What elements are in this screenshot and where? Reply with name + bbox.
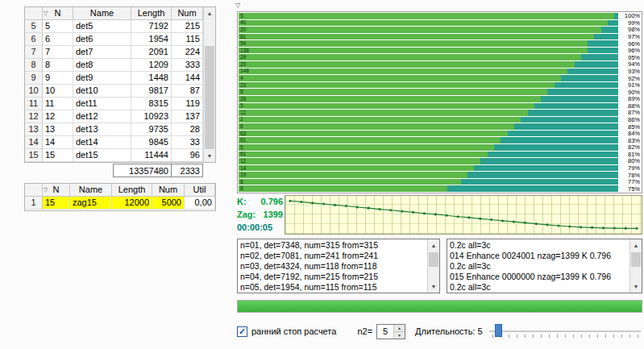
details-table-header: ▽N Name Length Num: [25, 7, 215, 20]
utilization-bar: [239, 103, 618, 110]
slider-thumb[interactable]: [495, 324, 502, 337]
col-header-name[interactable]: Name: [73, 7, 131, 20]
utilization-bar: [239, 13, 618, 19]
utilization-bar: [239, 34, 618, 40]
cell-name: det11: [73, 98, 131, 110]
bar-count-label: 5: [240, 14, 243, 19]
utilization-bar: [239, 185, 618, 192]
table-row[interactable]: 1212det1210923137: [25, 110, 215, 123]
cell-num: 5000: [152, 197, 185, 210]
col-header-n[interactable]: ▽N: [43, 184, 70, 197]
scroll-up-icon[interactable]: ▲: [204, 7, 215, 19]
utilization-bar: [239, 54, 618, 60]
scrollbar-thumb[interactable]: [631, 252, 641, 267]
bar-count-label: 8: [240, 89, 243, 95]
scroll-down-icon[interactable]: ▼: [630, 280, 642, 293]
table-row[interactable]: 1010det10981787: [25, 85, 215, 98]
bar-count-label: 5: [240, 103, 243, 109]
table-row[interactable]: 1515det151144496: [25, 149, 215, 162]
table-row[interactable]: 99det91448144: [25, 72, 215, 85]
scroll-up-icon[interactable]: ▲: [428, 239, 439, 251]
cell-n: 9: [43, 72, 73, 85]
cell-length: 11444: [131, 149, 172, 162]
enhance-log[interactable]: 0.2c all=3c014 Enhance 0024001 nzag=1399…: [447, 239, 642, 293]
details-table-body: 55det5719221566det6195411577det720912248…: [25, 20, 215, 162]
cell-name: det6: [73, 33, 131, 46]
scroll-down-icon[interactable]: ▼: [204, 150, 215, 162]
utilization-bar: [239, 110, 618, 116]
utilization-bar: [239, 20, 618, 27]
bar-row: 875%: [239, 185, 641, 192]
table-row[interactable]: 66det61954115: [25, 33, 215, 46]
utilization-bar: [239, 27, 618, 33]
iteration-log[interactable]: n=01, det=7348, num=315 from=315n=02, de…: [237, 239, 440, 293]
n2-value[interactable]: 5: [377, 325, 393, 339]
cell-length: 8315: [131, 98, 172, 110]
table-row[interactable]: 115zag151200050000,00: [25, 197, 215, 210]
table-row[interactable]: 88det81209333: [25, 59, 215, 72]
bar-row: 2098%: [239, 27, 641, 33]
cell-n: 8: [43, 59, 73, 72]
utilization-bar: [239, 89, 618, 95]
slider-ticks: [492, 334, 641, 338]
bar-count-label: 20: [240, 27, 246, 33]
row-number-cell: 1: [25, 197, 43, 210]
bar-percent-label: 96%: [618, 40, 641, 47]
col-header-num[interactable]: Num: [152, 184, 185, 197]
bar-percent-label: 97%: [618, 34, 641, 40]
scroll-up-icon[interactable]: ▲: [630, 239, 642, 251]
table-row[interactable]: 1414det14984533: [25, 136, 215, 149]
bar-count-label: 23: [240, 82, 246, 88]
scrollbar-thumb[interactable]: [429, 252, 438, 267]
iteration-log-scrollbar[interactable]: ▲ ▼: [427, 239, 439, 293]
utilization-bar: [239, 75, 618, 81]
col-header-label: N: [55, 8, 61, 18]
spin-down-icon[interactable]: ▼: [394, 332, 405, 339]
bar-count-label: 12: [240, 159, 246, 164]
col-header-num[interactable]: Num: [172, 7, 203, 20]
spin-up-icon[interactable]: ▲: [394, 325, 405, 332]
table-row[interactable]: 77det72091224: [25, 46, 215, 59]
filter-icon: ▽: [44, 7, 48, 19]
slider-track[interactable]: [489, 330, 641, 332]
duration-slider[interactable]: [489, 323, 642, 339]
utilization-bar: [239, 152, 618, 158]
n2-spinner[interactable]: 5 ▲ ▼: [376, 324, 405, 339]
bar-row: 4099%: [239, 20, 641, 27]
duration-value: 5: [478, 326, 483, 336]
duration-caption: Длительность:: [415, 326, 475, 336]
cell-num: 96: [172, 149, 203, 162]
row-number-cell: 12: [25, 110, 43, 123]
col-header-name[interactable]: Name: [70, 184, 112, 197]
scroll-down-icon[interactable]: ▼: [428, 280, 439, 293]
details-table-scrollbar[interactable]: ▲ ▼: [203, 7, 215, 162]
scrollbar-thumb[interactable]: [205, 46, 214, 149]
col-header-length[interactable]: Length: [112, 184, 152, 197]
col-header-util[interactable]: Util: [185, 184, 215, 197]
table-row[interactable]: 1313det13973528: [25, 123, 215, 136]
cell-name: det12: [73, 110, 131, 123]
col-header-n[interactable]: ▽N: [43, 7, 73, 20]
utilization-bar: [239, 172, 618, 178]
cell-n: 11: [43, 98, 73, 110]
enhance-log-scrollbar[interactable]: ▲ ▼: [629, 239, 642, 293]
bar-percent-label: 84%: [618, 131, 641, 137]
duration-label: Длительность: 5: [415, 326, 483, 336]
col-header-length[interactable]: Length: [131, 7, 172, 20]
k-stat: K:0.796: [237, 195, 283, 208]
cell-length: 9735: [131, 123, 172, 136]
early-stop-checkbox[interactable]: ✓: [237, 326, 247, 337]
table-row[interactable]: 1111det118315119: [25, 98, 215, 110]
cell-n: 7: [43, 46, 73, 59]
table-row[interactable]: 55det57192215: [25, 20, 215, 33]
bar-count-label: 12: [240, 110, 246, 116]
bar-count-label: 40: [240, 20, 246, 26]
bar-percent-label: 100%: [618, 13, 641, 19]
row-number-cell: 5: [25, 20, 43, 33]
filter-icon: ▽: [44, 184, 48, 196]
cell-name: zag15: [70, 197, 112, 210]
totals-row: 13357480 2333: [113, 164, 203, 177]
bar-percent-label: 95%: [618, 54, 641, 60]
bar-percent-label: 83%: [618, 137, 641, 143]
row-number-cell: 11: [25, 98, 43, 110]
